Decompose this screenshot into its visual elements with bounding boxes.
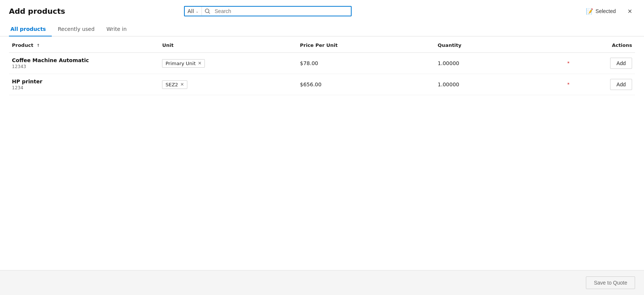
price-cell-1: $656.00	[297, 74, 435, 95]
unit-tag-1: SEZ2 ✕	[162, 80, 187, 89]
chevron-down-icon: ⌄	[196, 9, 199, 13]
search-filter-dropdown[interactable]: All ⌄	[185, 7, 202, 16]
qty-cell-1: 1.00000 *	[435, 74, 572, 95]
clipboard-icon: 📝	[586, 8, 593, 15]
table-row: Coffee Machine Automatic 12343 Primary U…	[9, 53, 635, 74]
svg-line-1	[209, 12, 210, 13]
sort-asc-icon: ↑	[37, 43, 40, 48]
dialog-title: Add products	[9, 7, 65, 16]
search-container: All ⌄	[184, 6, 352, 16]
qty-cell-0: 1.00000 *	[435, 53, 572, 74]
unit-cell-0: Primary Unit ✕	[159, 53, 297, 74]
table-header-row: Product ↑ Unit Price Per Unit Quantity A…	[9, 36, 635, 53]
unit-tag-label-1: SEZ2	[165, 82, 178, 87]
unit-tag-0: Primary Unit ✕	[162, 59, 205, 68]
search-filter-label: All	[188, 8, 194, 14]
product-name-0: Coffee Machine Automatic	[12, 57, 156, 63]
required-star-0: *	[567, 61, 570, 66]
actions-cell-0: Add	[572, 53, 635, 74]
product-cell-1: HP printer 1234	[9, 74, 159, 95]
price-cell-0: $78.00	[297, 53, 435, 74]
unit-tag-remove-0[interactable]: ✕	[198, 61, 202, 66]
column-header-quantity[interactable]: Quantity	[435, 36, 572, 53]
qty-value-1: 1.00000	[438, 81, 564, 87]
tabs-container: All products Recently used Write in	[0, 22, 644, 36]
unit-tag-remove-1[interactable]: ✕	[180, 82, 184, 87]
add-products-dialog: Add products All ⌄ 📝 Selected ×	[0, 0, 644, 295]
products-table-area: Product ↑ Unit Price Per Unit Quantity A…	[0, 36, 644, 270]
save-to-quote-button[interactable]: Save to Quote	[586, 276, 635, 289]
column-header-unit[interactable]: Unit	[159, 36, 297, 53]
selected-button[interactable]: 📝 Selected	[583, 6, 619, 16]
selected-label: Selected	[596, 8, 616, 14]
qty-value-0: 1.00000	[438, 60, 564, 66]
close-button[interactable]: ×	[625, 6, 635, 16]
table-row: HP printer 1234 SEZ2 ✕ $656.00	[9, 74, 635, 95]
dialog-footer: Save to Quote	[0, 270, 644, 295]
unit-tag-label-0: Primary Unit	[165, 61, 196, 66]
column-header-price[interactable]: Price Per Unit	[297, 36, 435, 53]
dialog-header: Add products All ⌄ 📝 Selected ×	[0, 0, 644, 22]
search-input[interactable]	[213, 7, 350, 16]
product-id-0: 12343	[12, 64, 156, 69]
product-cell-0: Coffee Machine Automatic 12343	[9, 53, 159, 74]
column-header-product[interactable]: Product ↑	[9, 36, 159, 53]
actions-cell-1: Add	[572, 74, 635, 95]
required-star-1: *	[567, 82, 570, 87]
products-table: Product ↑ Unit Price Per Unit Quantity A…	[9, 36, 635, 95]
tab-all-products[interactable]: All products	[9, 22, 52, 36]
add-button-0[interactable]: Add	[610, 58, 632, 69]
search-icon	[202, 7, 213, 15]
unit-cell-1: SEZ2 ✕	[159, 74, 297, 95]
column-header-actions: Actions	[572, 36, 635, 53]
tab-write-in[interactable]: Write in	[105, 22, 133, 36]
product-id-1: 1234	[12, 85, 156, 90]
product-name-1: HP printer	[12, 78, 156, 84]
add-button-1[interactable]: Add	[610, 79, 632, 90]
tab-recently-used[interactable]: Recently used	[56, 22, 101, 36]
header-right: 📝 Selected ×	[583, 6, 635, 16]
